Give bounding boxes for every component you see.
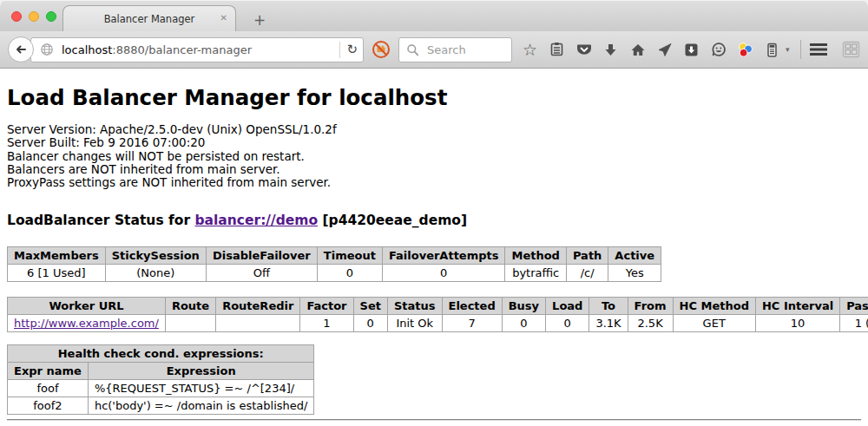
server-built-line: Server Built: Feb 9 2016 07:00:20 [7, 136, 861, 149]
col-hc-method: HC Method [673, 298, 755, 315]
new-tab-button[interactable]: + [248, 11, 271, 29]
browser-window: Balancer Manager ✕ + localhost:8880/bala… [0, 0, 868, 426]
bookmark-star-icon[interactable]: ☆ [522, 42, 538, 58]
chat-smiley-icon[interactable] [710, 42, 727, 58]
tab-balancer-manager[interactable]: Balancer Manager ✕ [62, 5, 236, 31]
active-value: Yes [608, 265, 661, 282]
path-value: /c/ [566, 265, 608, 282]
factor-value: 1 [300, 315, 353, 332]
url-domain: localhost [62, 43, 112, 56]
col-status: Status [387, 298, 442, 315]
tab-bar: Balancer Manager ✕ + [0, 0, 868, 31]
maxmembers-value: 6 [1 Used] [8, 265, 106, 282]
route-value [165, 315, 215, 332]
hamburger-menu-icon[interactable] [809, 42, 828, 58]
balancer-demo-link[interactable]: balancer://demo [194, 213, 318, 228]
col-busy: Busy [502, 298, 545, 315]
col-expression: Expression [88, 363, 314, 380]
balancer-settings-table: MaxMembers StickySession DisableFailover… [7, 246, 661, 282]
stickysession-value: (None) [105, 265, 206, 282]
status-value: Init Ok [387, 315, 442, 332]
reload-button[interactable]: ↻ [346, 43, 358, 56]
search-bar[interactable] [398, 37, 512, 62]
failoverattempts-value: 0 [382, 265, 505, 282]
health-table-title: Health check cond. expressions: [8, 345, 314, 363]
window-minimize-button[interactable] [29, 11, 39, 22]
col-path: Path [566, 247, 608, 265]
health-table-row: foof %{REQUEST_STATUS} =~ /^[234]/ [8, 380, 314, 397]
col-from: From [628, 298, 673, 315]
back-arrow-icon [14, 43, 28, 56]
toolbar-icons: ☆ [522, 42, 790, 58]
globe-icon [38, 42, 55, 58]
worker-url-link[interactable]: http://www.example.com/ [14, 317, 159, 330]
balancer-table-header-row: MaxMembers StickySession DisableFailover… [8, 247, 661, 265]
colorful-dots-icon[interactable] [737, 42, 753, 58]
url-text: localhost:8880/balancer-manager [62, 43, 333, 56]
tab-title: Balancer Manager [104, 13, 195, 25]
routeredir-value [216, 315, 300, 332]
status-heading-suffix: [p4420eeae_demo] [323, 213, 468, 228]
worker-status-table: Worker URL Route RouteRedir Factor Set S… [7, 297, 868, 332]
persist-note-line: Balancer changes will NOT be persisted o… [7, 150, 861, 163]
inherit-note-line: Balancers are NOT inherited from main se… [7, 163, 861, 176]
col-failoverattempts: FailoverAttempts [382, 247, 505, 265]
video-download-icon[interactable] [683, 42, 700, 58]
expr-name-value: foof [8, 380, 89, 397]
loadbalancer-status-heading: LoadBalancer Status for balancer://demo … [7, 213, 861, 228]
timeout-value: 0 [317, 265, 382, 282]
col-timeout: Timeout [317, 247, 382, 265]
url-path: :8880/balancer-manager [112, 43, 252, 56]
tab-close-icon[interactable]: ✕ [220, 13, 227, 23]
col-set: Set [353, 298, 387, 315]
balancer-table-row: 6 [1 Used] (None) Off 0 0 bytraffic /c/ … [8, 265, 661, 282]
urlbar-divider [339, 42, 340, 58]
back-button[interactable] [8, 36, 34, 62]
col-routeredir: RouteRedir [216, 298, 300, 315]
download-icon[interactable] [602, 42, 619, 58]
plugin-blocked-icon[interactable] [372, 40, 391, 59]
search-icon [405, 42, 420, 58]
clipboard-extension-icon[interactable] [764, 42, 780, 58]
col-factor: Factor [300, 298, 353, 315]
bottom-divider [7, 419, 861, 421]
window-zoom-button[interactable] [46, 11, 56, 22]
home-icon[interactable] [629, 42, 646, 58]
proxypass-note-line: ProxyPass settings are NOT inherited fro… [7, 176, 861, 189]
col-stickysession: StickySession [105, 247, 206, 265]
expression-value: %{REQUEST_STATUS} =~ /^[234]/ [88, 380, 314, 397]
server-info: Server Version: Apache/2.5.0-dev (Unix) … [7, 123, 861, 189]
window-close-button[interactable] [11, 11, 22, 22]
health-check-table: Health check cond. expressions: Expr nam… [7, 344, 314, 415]
send-plane-icon[interactable] [656, 42, 673, 58]
col-route: Route [165, 298, 215, 315]
passes-value: 1 (0) [840, 315, 868, 332]
tab-groups-icon[interactable] [842, 42, 860, 58]
col-elected: Elected [442, 298, 502, 315]
bookmarks-list-icon[interactable] [549, 42, 565, 58]
url-bar[interactable]: localhost:8880/balancer-manager ↻ [30, 37, 364, 62]
col-worker-url: Worker URL [8, 298, 166, 315]
health-table-title-row: Health check cond. expressions: [8, 345, 314, 363]
navigation-toolbar: localhost:8880/balancer-manager ↻ [0, 31, 868, 69]
col-expr-name: Expr name [8, 363, 89, 380]
set-value: 0 [353, 315, 387, 332]
disablefailover-value: Off [206, 265, 317, 282]
method-value: bytraffic [505, 265, 566, 282]
pocket-icon[interactable] [575, 42, 592, 58]
health-table-row: foof2 hc('body') =~ /domain is establish… [8, 397, 314, 415]
status-heading-prefix: LoadBalancer Status for [7, 213, 190, 228]
col-load: Load [546, 298, 589, 315]
from-value: 2.5K [628, 315, 673, 332]
traffic-lights [11, 11, 56, 22]
expression-value: hc('body') =~ /domain is established/ [88, 397, 314, 415]
to-value: 3.1K [589, 315, 628, 332]
load-value: 0 [546, 315, 589, 332]
col-method: Method [505, 247, 566, 265]
hc-method-value: GET [673, 315, 755, 332]
chevron-down-icon[interactable]: ▾ [786, 45, 790, 54]
expr-name-value: foof2 [8, 397, 89, 415]
worker-table-row: http://www.example.com/ 1 0 Init Ok 7 0 … [8, 315, 868, 332]
search-input[interactable] [425, 43, 505, 57]
server-version-line: Server Version: Apache/2.5.0-dev (Unix) … [7, 123, 861, 136]
